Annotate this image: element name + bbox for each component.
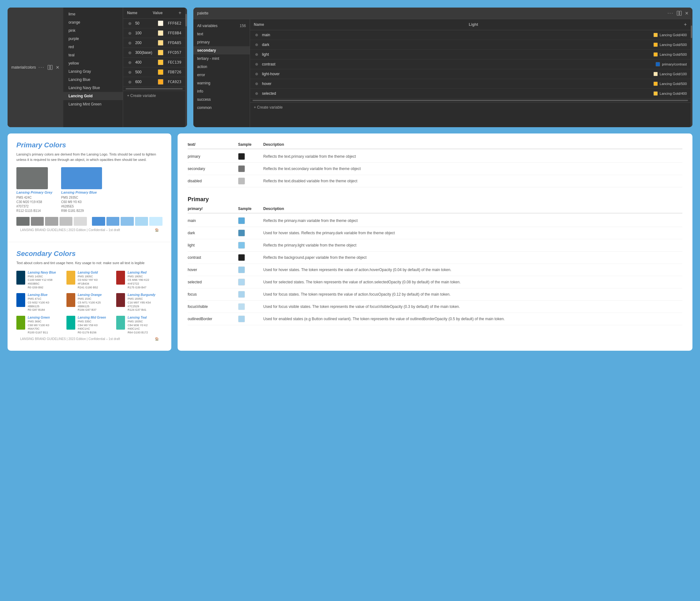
text-primary-sample [238, 153, 263, 160]
color-row-500[interactable]: ⊕ 500 FDB726 [123, 67, 185, 77]
sidebar-item-red[interactable]: red [63, 43, 123, 51]
color-row-400[interactable]: ⊕ 400 FEC139 [123, 58, 185, 67]
sidebar-item-lansing-gray[interactable]: Lansing Gray [63, 67, 123, 76]
blue-tints [92, 217, 162, 226]
chip-dark [653, 43, 658, 47]
chip-main [653, 33, 658, 37]
color-value-300: FFCD57 [168, 50, 181, 55]
palette-value-selected: Lancing Gold/400 [653, 91, 687, 96]
color-row-200[interactable]: ⊕ 200 FFDA85 [123, 38, 185, 48]
palette-sidebar-success[interactable]: success [193, 95, 250, 104]
palette-row-main[interactable]: ⊕ main Lancing Gold/400 [250, 30, 691, 40]
mat-panel-view-icon[interactable] [47, 64, 53, 71]
palette-icon-contrast: ⊕ [254, 61, 259, 67]
palette-view-icon[interactable] [676, 10, 682, 16]
add-palette-var-button[interactable]: + [684, 22, 687, 27]
blue-tint-1 [92, 217, 105, 226]
color-icon-50: ⊕ [127, 21, 132, 26]
grey-tint-3 [45, 217, 58, 226]
add-color-button[interactable]: + [178, 10, 181, 16]
sec-teal-box [116, 316, 125, 330]
palette-create-var-label: + Create variable [254, 105, 283, 109]
sidebar-item-lancing-navy-blue[interactable]: Lancing Navy Blue [63, 84, 123, 92]
color-label-100: 100 [135, 31, 155, 35]
palette-row-contrast[interactable]: ⊕ contrast primary/contrast [250, 59, 691, 69]
secondary-footer: LANSING BRAND GUIDELINES | 2023 Edition … [16, 335, 162, 343]
primary-focus-desc: Used for focus states. The token represe… [263, 292, 682, 297]
create-var-label: + Create variable [127, 94, 156, 98]
create-variable-button[interactable]: + Create variable [123, 91, 185, 100]
color-row-50[interactable]: ⊕ 50 FFF6E2 [123, 19, 185, 28]
color-icon-600: ⊕ [127, 79, 132, 85]
palette-close-icon[interactable]: ✕ [685, 11, 689, 16]
color-row-300[interactable]: ⊕ 300(base) FFCD57 [123, 48, 185, 58]
blue-tint-5 [149, 217, 162, 226]
sidebar-item-orange[interactable]: orange [63, 18, 123, 26]
palette-titlebar: palette ··· ✕ [193, 7, 693, 19]
palette-row-light-hover[interactable]: ⊕ light-hover Lancing Gold/100 [250, 69, 691, 79]
palette-row-dark[interactable]: ⊕ dark Lancing Gold/500 [250, 40, 691, 50]
palette-icon-light-hover: ⊕ [254, 71, 259, 77]
text-row-secondary: secondary Reflects the text.secondary va… [188, 163, 682, 175]
sec-teal-swatch: Lansing Teal PMS 1835CC84 M36 Y0 K2#40C1… [116, 316, 162, 335]
primary-grey-name: Lansing Primary Grey [16, 191, 52, 194]
color-icon-500: ⊕ [127, 69, 132, 75]
palette-sidebar-error[interactable]: error [193, 71, 250, 79]
color-value-50: FFF6E2 [168, 21, 181, 25]
primary-grey-swatch: Lansing Primary Grey PMS 424CC30 M20 Y19… [16, 167, 52, 213]
palette-sidebar-info[interactable]: info [193, 87, 250, 95]
palette-vertical-scrollbar[interactable] [691, 19, 693, 127]
color-row-100[interactable]: ⊕ 100 FFE8B4 [123, 28, 185, 38]
mat-panel-close-icon[interactable]: ✕ [56, 65, 59, 70]
color-chip-400 [158, 59, 164, 65]
palette-sidebar-common[interactable]: common [193, 104, 250, 112]
palette-row-hover[interactable]: ⊕ hover Lancing Gold/500 [250, 79, 691, 89]
mat-panel-dots[interactable]: ··· [39, 65, 44, 70]
color-label-500: 500 [135, 70, 155, 74]
palette-sidebar-action[interactable]: action [193, 62, 250, 71]
primary-dark-chip [238, 229, 245, 236]
color-label-200: 200 [135, 41, 155, 45]
palette-content: Name Light + ⊕ main Lancing Gold/400 ⊕ d… [250, 19, 691, 127]
color-row-600[interactable]: ⊕ 600 FCA923 [123, 77, 185, 87]
all-variables-row[interactable]: All variables 156 [193, 22, 250, 30]
palette-title: palette [197, 11, 665, 16]
palette-row-light[interactable]: ⊕ light Lancing Gold/500 [250, 50, 691, 59]
palette-horizontal-scrollbar[interactable] [253, 100, 688, 101]
color-value-100: FFE8B4 [168, 31, 181, 35]
sidebar-item-lancing-gold[interactable]: Lancing Gold [63, 92, 123, 100]
palette-row-selected[interactable]: ⊕ selected Lancing Gold/400 [250, 89, 691, 99]
blue-tint-2 [106, 217, 120, 226]
primary-main-name: main [188, 219, 238, 223]
mat-panel-titlebar: material/colors ··· ✕ [7, 7, 63, 127]
primary-vars-section: Primary primary/ Sample Description main… [188, 196, 682, 325]
sec-burgundy-swatch: Lansing Burgundy PMS 1835CC16 M97 Y85 K5… [116, 293, 162, 312]
sidebar-item-teal[interactable]: teal [63, 51, 123, 59]
primary-col2-header: Sample [238, 206, 263, 211]
palette-value-hover: Lancing Gold/500 [653, 81, 687, 86]
sidebar-item-lancing-blue[interactable]: Lancing Blue [63, 76, 123, 84]
text-table-header: text/ Sample Description [188, 142, 682, 149]
palette-value-light: Lancing Gold/500 [653, 52, 687, 57]
color-label-300: 300(base) [135, 50, 155, 55]
palette-val-text-hover: Lancing Gold/500 [660, 82, 687, 85]
sec-orange-swatch: Lansing Orange PMS 153CC5 M71 Y100 K25#B… [67, 293, 113, 312]
palette-sidebar-text[interactable]: text [193, 30, 250, 38]
palette-dots[interactable]: ··· [668, 10, 674, 16]
palette-sidebar-warning[interactable]: warning [193, 79, 250, 87]
palette-create-variable-button[interactable]: + Create variable [250, 102, 691, 112]
sec-navy-info: Lansing Navy Blue PMS 1435CC100 M48 Y12 … [28, 271, 56, 290]
chip-light-hover [653, 72, 658, 76]
horizontal-scrollbar[interactable] [126, 88, 183, 90]
palette-sidebar-secondary[interactable]: secondary [193, 46, 250, 54]
sidebar-item-purple[interactable]: purple [63, 35, 123, 43]
sidebar-item-pink[interactable]: pink [63, 26, 123, 35]
sidebar-item-lime[interactable]: lime [63, 10, 123, 18]
palette-sidebar-primary[interactable]: primary [193, 38, 250, 46]
sidebar-item-yellow[interactable]: yellow [63, 59, 123, 67]
primary-colors-title: Primary Colors [16, 141, 162, 149]
text-primary-desc: Reflects the text.primary variable from … [263, 154, 682, 159]
vertical-scrollbar[interactable] [185, 7, 187, 127]
palette-sidebar-tertiary-mint[interactable]: tertiary - mint [193, 54, 250, 62]
sidebar-item-lansing-mint-green[interactable]: Lansing Mint Green [63, 100, 123, 108]
